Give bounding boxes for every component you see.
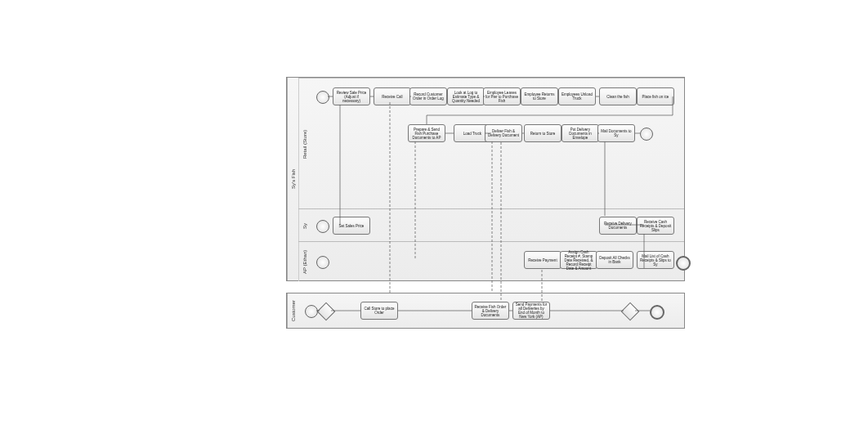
task-deliver-fish: Deliver Fish & Delivery Document — [485, 124, 522, 142]
lane-label-sy: Sy — [298, 209, 311, 242]
task-prepare-docs: Prepare & Send Fish Purchase Documents t… — [408, 124, 445, 142]
task-receive-fish-order: Receive Fish Order & Delivery Documents — [472, 302, 509, 320]
task-employee-leaves: Employee Leaves for Pier to Purchase Fis… — [483, 87, 521, 105]
task-deposit-checks: Deposit All Checks in Bank — [596, 251, 633, 269]
task-call-store: Call Store to place Order — [360, 302, 398, 320]
pool-sys-fish: Sy's Fish Retail (Store) Review Sale Pri… — [286, 77, 685, 281]
task-set-price: Set Sales Price — [333, 217, 370, 235]
pool-label-sys: Sy's Fish — [287, 78, 299, 280]
pool-label-customer: Customer — [287, 293, 299, 328]
start-event-sy — [316, 220, 329, 233]
task-return-to-store: Return to Store — [524, 124, 562, 142]
start-event-customer — [305, 305, 318, 318]
task-put-delivery-docs: Put Delivery Documents in Envelope — [562, 124, 599, 142]
gateway-customer-1 — [317, 302, 336, 321]
start-event-ap — [316, 256, 329, 269]
task-mail-docs-to-sy: Mail Documents to Sy — [597, 124, 635, 142]
task-mail-list: Mail List of Cash Receipts & Slips to Sy — [637, 251, 674, 269]
task-record-order: Record Customer Order in Order Log — [409, 87, 447, 105]
task-receive-payment: Receive Payment — [524, 251, 562, 269]
task-assign-receipt: Assign Cash Receipt #, Stamp Date Receiv… — [560, 251, 597, 269]
pool-customer: Customer Call Store to place Order Recei… — [286, 293, 685, 329]
task-employees-unload: Employees Unload Truck — [558, 87, 596, 105]
lane-sy: Sy Set Sales Price Receive Delivery Docu… — [298, 208, 684, 242]
task-receive-delivery: Receive Delivery Documents — [599, 217, 637, 235]
lane-label-retail: Retail (Store) — [298, 78, 311, 209]
task-look-at-log: Look at Log to Estimate Type & Quantity … — [447, 87, 485, 105]
gateway-customer-2 — [621, 302, 640, 321]
task-send-payments: Send Payments for all Deliveries by End … — [512, 302, 550, 320]
end-event-customer — [650, 305, 664, 320]
task-receive-cash-receipts: Receive Cash Receipts & Deposit Slips — [637, 217, 674, 235]
intermediate-event — [640, 128, 653, 141]
task-receive-call: Receive Call — [374, 87, 411, 105]
lane-ap: AP (Ethan) Receive Payment Assign Cash R… — [298, 241, 684, 281]
lane-retail: Retail (Store) Review Sale Price (Adjust… — [298, 78, 684, 209]
task-place-on-ice: Place fish on ice — [637, 87, 674, 105]
start-event-retail — [316, 91, 329, 104]
task-clean-fish: Clean the fish — [599, 87, 637, 105]
task-employee-returns: Employee Returns to Store — [521, 87, 558, 105]
lane-label-ap: AP (Ethan) — [298, 242, 311, 281]
task-review-price: Review Sale Price (Adjust if necessary) — [333, 87, 370, 105]
swimlane-diagram: Sy's Fish Retail (Store) Review Sale Pri… — [0, 0, 868, 448]
end-event-ap — [676, 256, 691, 271]
